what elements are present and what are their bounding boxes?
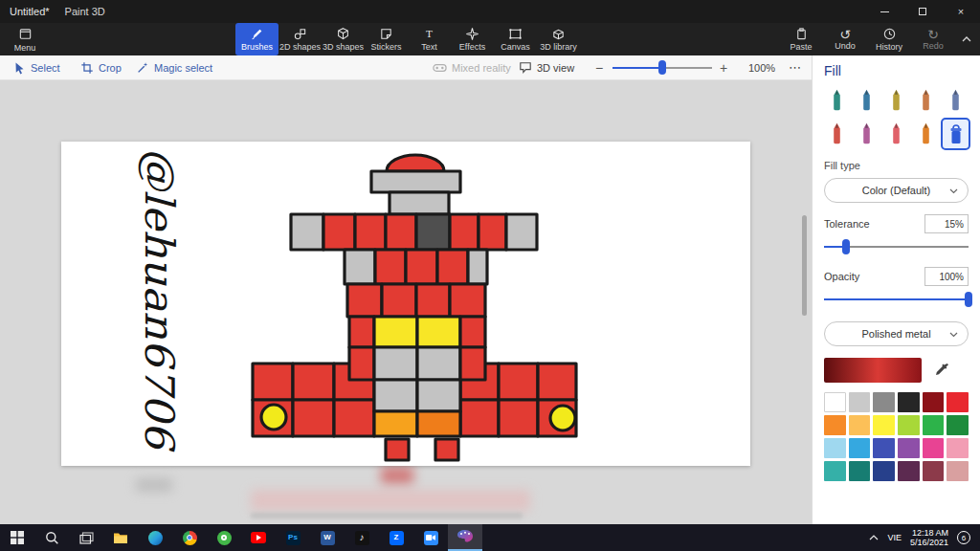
tolerance-slider-thumb[interactable] [842, 239, 850, 254]
paste-button[interactable]: Paste [779, 23, 823, 55]
notification-badge[interactable]: 6 [957, 531, 970, 544]
tab-canvas[interactable]: Canvas [494, 23, 537, 55]
more-options-button[interactable]: ⋯ [789, 55, 802, 79]
chrome-button[interactable] [172, 524, 207, 551]
calligraphy-pen-tool[interactable] [854, 86, 880, 115]
palette-swatch-1-4[interactable] [923, 415, 945, 435]
select-button[interactable]: Select [13, 55, 60, 79]
undo-button[interactable]: ↺ Undo [823, 23, 867, 55]
palette-swatch-3-5[interactable] [947, 461, 969, 481]
palette-swatch-2-3[interactable] [898, 438, 920, 458]
palette-swatch-0-0[interactable] [824, 392, 846, 412]
spray-can-tool[interactable] [913, 120, 939, 148]
eraser-tool[interactable] [854, 120, 880, 148]
video-camera-icon [424, 531, 438, 545]
fill-type-label: Fill type [824, 160, 969, 171]
canvas-scrollbar[interactable] [802, 215, 807, 316]
paint3d-taskbar-button[interactable] [448, 524, 482, 551]
palette-swatch-1-0[interactable] [824, 415, 846, 435]
palette-swatch-0-1[interactable] [849, 392, 871, 412]
collapse-ribbon-button[interactable] [957, 23, 976, 55]
search-button[interactable] [34, 524, 69, 551]
close-button[interactable]: × [942, 0, 980, 23]
coccoc-browser-button[interactable] [207, 524, 241, 551]
file-explorer-button[interactable] [103, 524, 138, 551]
opacity-slider-thumb[interactable] [965, 292, 972, 307]
opacity-value-field[interactable]: 100% [924, 267, 969, 286]
palette-swatch-3-3[interactable] [898, 461, 920, 481]
tab-brushes[interactable]: Brushes [235, 23, 278, 55]
zoom-slider-thumb[interactable] [658, 60, 666, 75]
blurred-content [381, 467, 413, 484]
edge-button[interactable] [138, 524, 172, 551]
clock[interactable]: 12:18 AM 5/16/2021 [910, 528, 948, 547]
palette-swatch-2-1[interactable] [849, 438, 871, 458]
tab-shapes2d[interactable]: 2D shapes [278, 23, 322, 55]
crayon-tool[interactable] [883, 120, 909, 148]
watercolour-tool[interactable] [913, 86, 939, 115]
material-dropdown[interactable]: Polished metal [824, 321, 969, 346]
drawing-cell [468, 250, 487, 284]
start-button[interactable] [0, 524, 34, 551]
tab-effects[interactable]: Effects [451, 23, 494, 55]
palette-swatch-0-5[interactable] [947, 392, 969, 412]
tray-chevron-icon[interactable] [869, 535, 879, 540]
palette-swatch-3-0[interactable] [824, 461, 846, 481]
fill-tool[interactable] [943, 120, 969, 148]
tolerance-value-field[interactable]: 15% [924, 214, 969, 233]
palette-swatch-2-0[interactable] [824, 438, 846, 458]
canvas-artwork[interactable]: @lehuan6706 [61, 142, 750, 466]
zoom-slider[interactable] [612, 55, 712, 79]
crop-button[interactable]: Crop [80, 55, 122, 79]
palette-swatch-3-1[interactable] [849, 461, 871, 481]
undo-icon: ↺ [839, 29, 851, 40]
task-view-button[interactable] [69, 524, 103, 551]
palette-swatch-2-4[interactable] [923, 438, 945, 458]
redo-button[interactable]: ↻ Redo [911, 23, 955, 55]
palette-swatch-1-3[interactable] [898, 415, 920, 435]
tab-stickers[interactable]: Stickers [365, 23, 408, 55]
3d-view-button[interactable]: 3D view [519, 55, 574, 79]
language-indicator[interactable]: VIE [887, 533, 902, 542]
oil-brush-tool[interactable] [883, 86, 909, 115]
tab-library3d[interactable]: 3D library [537, 23, 580, 55]
tiktok-button[interactable]: ♪ [345, 524, 379, 551]
photoshop-button[interactable]: Ps [276, 524, 310, 551]
word-button[interactable]: W [310, 524, 345, 551]
palette-swatch-1-5[interactable] [947, 415, 969, 435]
maximize-button[interactable] [903, 0, 942, 23]
zoom-in-button[interactable]: + [720, 55, 727, 79]
taskbar: Ps W ♪ Z VIE 12:18 AM 5/16/2021 6 [0, 524, 980, 551]
palette-swatch-3-4[interactable] [923, 461, 945, 481]
menu-button[interactable]: Menu [4, 23, 46, 55]
palette-swatch-0-2[interactable] [873, 392, 895, 412]
opacity-slider[interactable] [824, 291, 969, 308]
marker-tool[interactable] [824, 86, 850, 115]
fill-type-dropdown[interactable]: Color (Default) [824, 178, 969, 203]
video-call-button[interactable] [413, 524, 448, 551]
mixed-reality-button[interactable]: Mixed reality [433, 55, 511, 79]
tolerance-slider[interactable] [824, 238, 969, 255]
pencil-tool[interactable] [824, 120, 850, 148]
drawing-canvas[interactable]: @lehuan6706 [61, 142, 750, 466]
tab-shapes3d[interactable]: 3D shapes [322, 23, 365, 55]
pen-icon [919, 88, 933, 113]
palette-swatch-1-2[interactable] [873, 415, 895, 435]
youtube-button[interactable] [241, 524, 276, 551]
pixel-pen-tool[interactable] [943, 86, 969, 115]
palette-swatch-0-4[interactable] [923, 392, 945, 412]
palette-swatch-3-2[interactable] [873, 461, 895, 481]
eyedropper-icon[interactable] [933, 362, 950, 379]
tab-text[interactable]: TText [408, 23, 451, 55]
history-button[interactable]: History [867, 23, 911, 55]
palette-swatch-2-5[interactable] [947, 438, 969, 458]
palette-swatch-1-1[interactable] [849, 415, 871, 435]
zalo-button[interactable]: Z [379, 524, 413, 551]
magic-select-button[interactable]: Magic select [136, 55, 212, 79]
zoom-out-button[interactable]: − [595, 55, 603, 79]
palette-swatch-2-2[interactable] [873, 438, 895, 458]
palette-swatch-0-3[interactable] [898, 392, 920, 412]
minimize-button[interactable] [865, 0, 903, 23]
current-color[interactable] [824, 358, 922, 383]
3d-view-icon [519, 61, 532, 74]
